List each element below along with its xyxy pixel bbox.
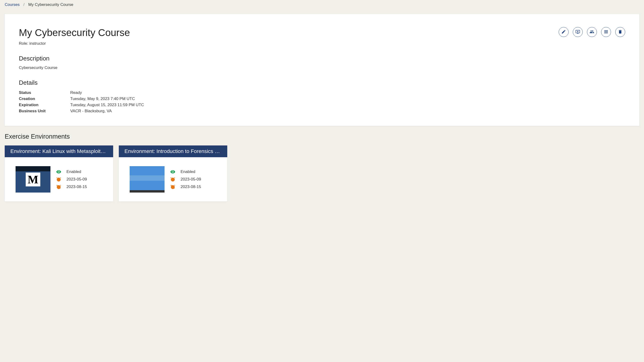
people-icon [590,29,594,35]
environment-end-row: 2023-08-15 [56,184,87,189]
course-role: Role: instructor [19,41,130,46]
breadcrumb: Courses / My Cybersecurity Course [0,0,644,9]
alarm-icon [56,177,61,182]
alarm-icon [170,177,176,182]
details-label: Business Unit [19,109,70,113]
environment-start-row: 2023-05-09 [56,177,87,182]
details-value: Ready [70,90,82,95]
details-value: VACR - Blacksburg, VA [70,109,112,113]
details-value: Tuesday, May 9, 2023 7:40 PM UTC [70,97,135,101]
environment-info: Enabled 2023-05-09 2023-08-15 [56,169,87,189]
details-row-expiration: Expiration Tuesday, August 15, 2023 11:5… [19,102,625,108]
environment-cards: Environment: Kali Linux with Metasploit…… [0,146,644,211]
details-label: Creation [19,97,70,101]
details-label: Expiration [19,103,70,107]
environment-end-date: 2023-08-15 [66,184,87,189]
environment-status: Enabled [180,170,195,174]
environment-card-body: Enabled 2023-05-09 2023-08-15 [119,157,227,201]
grid-icon [604,29,608,35]
alarm-off-icon [56,184,61,189]
course-actions [559,27,625,37]
details-row-business-unit: Business Unit VACR - Blacksburg, VA [19,108,625,114]
environment-status: Enabled [66,170,81,174]
eye-icon [170,169,176,175]
details-heading: Details [19,79,625,86]
environment-status-row: Enabled [56,169,87,175]
alarm-off-icon [170,184,176,189]
environment-card-body: Enabled 2023-05-09 2023-08-15 [5,157,113,201]
description-text: Cybersecurity Course [19,65,625,70]
course-title-block: My Cybersecurity Course Role: instructor [19,27,130,46]
environment-info: Enabled 2023-05-09 2023-08-15 [170,169,201,189]
environment-start-date: 2023-05-09 [180,177,201,182]
roster-button[interactable] [587,27,597,37]
breadcrumb-separator: / [23,2,24,7]
pencil-icon [561,29,566,35]
eye-icon [56,169,61,175]
course-header-row: My Cybersecurity Course Role: instructor [19,27,625,46]
edit-button[interactable] [559,27,568,37]
environments-heading: Exercise Environments [5,133,639,140]
add-to-screen-icon [576,29,580,35]
environment-card[interactable]: Environment: Kali Linux with Metasploit…… [5,146,113,201]
environment-card[interactable]: Environment: Introduction to Forensics …… [119,146,227,201]
course-card: My Cybersecurity Course Role: instructor [5,14,639,126]
breadcrumb-courses-link[interactable]: Courses [5,2,20,7]
environment-thumbnail [130,166,164,192]
details-row-creation: Creation Tuesday, May 9, 2023 7:40 PM UT… [19,96,625,102]
environment-end-row: 2023-08-15 [170,184,201,189]
delete-button[interactable] [615,27,625,37]
environment-card-title: Environment: Kali Linux with Metasploit… [5,146,113,157]
environment-status-row: Enabled [170,169,201,175]
course-title: My Cybersecurity Course [19,27,130,38]
breadcrumb-current: My Cybersecurity Course [28,2,73,7]
trash-icon [618,29,622,35]
details-row-status: Status Ready [19,90,625,96]
environment-thumbnail [16,166,50,192]
environment-end-date: 2023-08-15 [180,184,201,189]
apps-button[interactable] [601,27,611,37]
add-to-queue-button[interactable] [573,27,583,37]
environment-start-date: 2023-05-09 [66,177,87,182]
environment-card-title: Environment: Introduction to Forensics … [119,146,227,157]
details-table: Status Ready Creation Tuesday, May 9, 20… [19,90,625,114]
details-label: Status [19,90,70,95]
environment-start-row: 2023-05-09 [170,177,201,182]
description-heading: Description [19,55,625,62]
details-value: Tuesday, August 15, 2023 11:59 PM UTC [70,103,144,107]
